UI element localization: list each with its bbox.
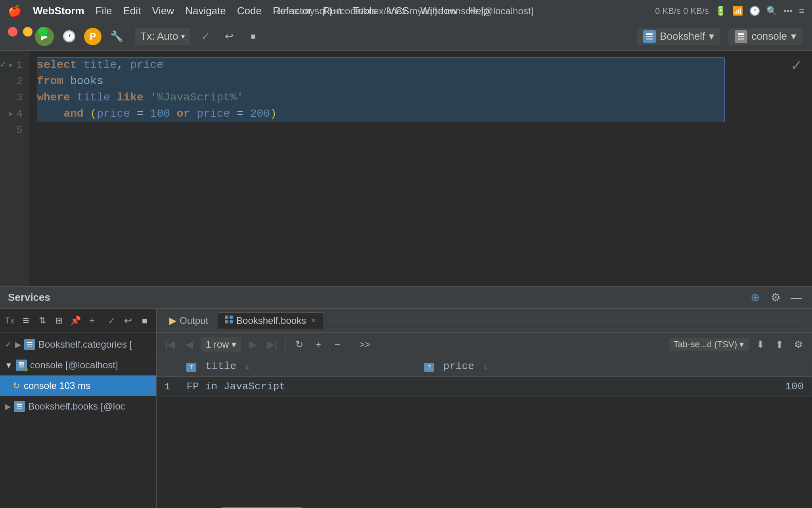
tree-label-books: Bookshelf.books [@loc <box>28 401 125 412</box>
menu-code[interactable]: Code <box>237 5 262 17</box>
group-button[interactable]: ⊞ <box>52 314 66 328</box>
separator-2 <box>351 339 351 350</box>
refresh-button[interactable]: ↻ <box>292 337 306 352</box>
expand-arrow-console[interactable]: ▼ <box>5 361 13 370</box>
close-button[interactable] <box>8 27 17 37</box>
schema-selector[interactable]: Bookshelf ▾ <box>637 28 720 45</box>
line-number-1: ✓ ▶ 1 <box>0 57 23 73</box>
history-button[interactable]: 🕐 <box>60 28 78 45</box>
pin-button[interactable]: 📌 <box>69 314 82 328</box>
maximize-button[interactable] <box>38 27 48 37</box>
menu-edit[interactable]: Edit <box>123 5 141 17</box>
add-service-button[interactable]: ⊕ <box>747 290 763 306</box>
title-column-header[interactable]: T title ⇅ <box>178 356 416 377</box>
window-controls[interactable] <box>8 27 48 37</box>
tree-item-bookshelf-categories[interactable]: ✓ ▶ Bookshelf.categories [ <box>0 334 156 355</box>
services-header-actions: ⊕ ⚙ — <box>747 290 804 306</box>
fold-btn-1[interactable]: ▶ <box>9 60 13 71</box>
code-editor[interactable]: select title, price from books where tit… <box>29 51 812 286</box>
check-icon-1: ✓ <box>0 58 6 73</box>
stop-square-icon[interactable]: ■ <box>138 314 151 328</box>
minimize-button[interactable] <box>23 27 33 37</box>
db-icon-wrap-categories <box>24 339 35 350</box>
service-close-button[interactable]: — <box>788 290 804 306</box>
console-icon <box>735 30 747 43</box>
tx-small-label: Tx <box>5 316 14 326</box>
title-sort-icon[interactable]: ⇅ <box>245 363 249 371</box>
services-toolbar: Tx ≡ ⇅ ⊞ 📌 + ✓ ↩ ■ <box>0 309 156 333</box>
connection-active-dot <box>24 368 28 371</box>
table-header-row: T title ⇅ T price ⇅ <box>157 356 812 377</box>
price-sort-icon[interactable]: ⇅ <box>483 363 487 371</box>
expand-all-button[interactable]: ⇅ <box>36 314 49 328</box>
line-number-3: 3 <box>0 90 23 106</box>
delete-row-button[interactable]: − <box>330 337 345 352</box>
add-row-button[interactable]: + <box>311 337 326 352</box>
chevron-down-icon: ▾ <box>181 32 185 41</box>
schema-name: Bookshelf <box>660 30 705 42</box>
row-1-price[interactable]: 100 <box>416 377 812 397</box>
rows-chevron-icon: ▾ <box>232 339 236 350</box>
close-tab-button[interactable]: ✕ <box>309 317 317 325</box>
collapse-all-button[interactable]: ≡ <box>19 314 33 328</box>
undo-icon[interactable]: ↩ <box>122 314 135 328</box>
download-button[interactable]: ⬇ <box>753 337 768 352</box>
schema-chevron-icon: ▾ <box>709 30 714 42</box>
apply-button[interactable]: ✓ <box>197 28 214 45</box>
svg-rect-0 <box>646 33 653 35</box>
fold-btn-4[interactable]: ▶ <box>9 108 13 120</box>
table-settings-button[interactable]: ⚙ <box>791 337 806 352</box>
svg-rect-6 <box>27 342 33 343</box>
service-settings-button[interactable]: ⚙ <box>768 290 783 306</box>
svg-rect-3 <box>738 33 744 35</box>
expand-arrow-books[interactable]: ▶ <box>5 402 11 411</box>
menu-file[interactable]: File <box>96 5 112 17</box>
revert-button[interactable]: ↩ <box>220 28 238 45</box>
upload-button[interactable]: ⬆ <box>772 337 787 352</box>
expand-button[interactable]: >> <box>358 337 372 352</box>
row-number-header <box>157 356 178 377</box>
add-button[interactable]: + <box>85 314 99 328</box>
svg-rect-5 <box>738 38 744 40</box>
svg-rect-15 <box>225 316 228 319</box>
toolbar-right: Bookshelf ▾ console ▾ <box>637 28 802 45</box>
tree-item-console[interactable]: ▼ console [@localhost] <box>0 355 156 375</box>
menu-navigate[interactable]: Navigate <box>185 5 226 17</box>
svg-rect-14 <box>17 408 22 409</box>
row-1-title[interactable]: FP in JavaScript <box>178 377 416 397</box>
stop-button[interactable]: ■ <box>244 28 262 45</box>
rows-dropdown[interactable]: 1 row ▾ <box>201 337 241 352</box>
settings-button[interactable]: 🔧 <box>108 28 125 45</box>
line-number-4: ▶ 4 <box>0 106 23 122</box>
tree-label-console: console [@localhost] <box>30 360 118 371</box>
table-row[interactable]: 1 FP in JavaScript 100 <box>157 377 812 397</box>
results-table-wrap: T title ⇅ T price ⇅ <box>157 356 812 508</box>
svg-rect-4 <box>738 36 744 37</box>
tree-item-bookshelf-books[interactable]: ▶ Bookshelf.books [@loc <box>0 396 156 417</box>
output-tab[interactable]: ▶ Output <box>163 313 214 329</box>
tx-dropdown[interactable]: Tx: Auto ▾ <box>135 28 190 45</box>
results-panel: ▶ Output Bookshelf.books ✕ |◀ ◀ 1 <box>157 309 812 508</box>
next-row-button[interactable]: ▶ <box>246 337 260 352</box>
row-number-1: 1 <box>157 377 178 397</box>
console-running-label: console 103 ms <box>24 380 90 391</box>
format-dropdown[interactable]: Tab-se...d (TSV) ▾ <box>669 338 749 351</box>
right-check-icon: ✓ <box>791 57 802 74</box>
tree-item-console-running[interactable]: ↻ console 103 ms <box>0 375 156 396</box>
results-toolbar: |◀ ◀ 1 row ▾ ▶ ▶| ↻ + − >> Tab-se...d (T… <box>157 333 812 356</box>
menu-extras: ≡ <box>799 6 804 16</box>
console-selector[interactable]: console ▾ <box>728 28 802 45</box>
bookshelf-books-tab[interactable]: Bookshelf.books ✕ <box>218 312 324 329</box>
menu-view[interactable]: View <box>152 5 174 17</box>
format-chevron-icon: ▾ <box>739 339 744 350</box>
first-row-button[interactable]: |◀ <box>163 337 177 352</box>
code-line-5 <box>37 122 804 139</box>
prev-row-button[interactable]: ◀ <box>182 337 196 352</box>
transaction-button[interactable]: P <box>84 28 102 45</box>
price-column-header[interactable]: T price ⇅ <box>416 356 812 377</box>
menu-app[interactable]: WebStorm <box>33 5 84 17</box>
expand-arrow-categories[interactable]: ▶ <box>15 340 21 349</box>
last-row-button[interactable]: ▶| <box>265 337 279 352</box>
svg-rect-2 <box>646 38 653 40</box>
services-title: Services <box>8 291 50 304</box>
